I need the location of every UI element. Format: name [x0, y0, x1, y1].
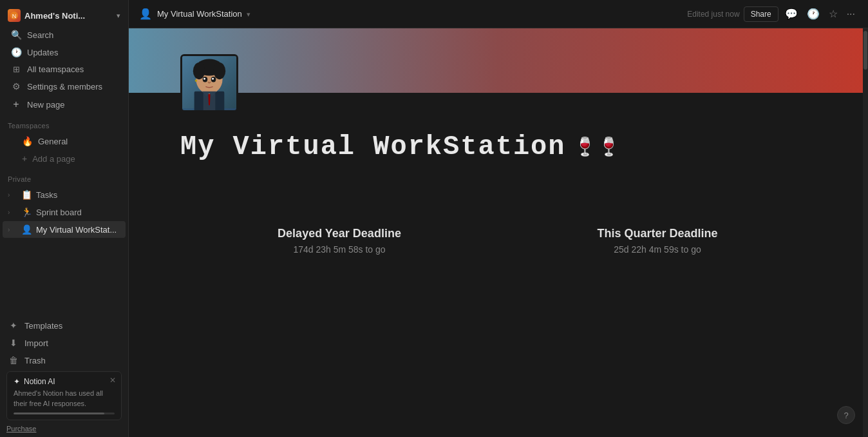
settings-label: Settings & members	[27, 82, 102, 92]
sidebar-item-all-teamspaces[interactable]: ⊞ All teamspaces	[5, 61, 123, 77]
topbar-page-icon: 👤	[139, 8, 152, 20]
ai-title: Notion AI	[24, 377, 55, 386]
workstation-label: My Virtual WorkStat...	[36, 225, 120, 235]
workstation-chevron-icon: ›	[8, 226, 17, 233]
avatar-svg	[182, 54, 236, 110]
ai-notification-header: ✦ Notion AI	[14, 377, 115, 386]
sidebar-item-settings[interactable]: ⚙ Settings & members	[5, 78, 123, 95]
new-page-label: New page	[27, 100, 65, 110]
delayed-year-time: 174d 23h 5m 58s to go	[193, 244, 486, 255]
workspace-name: Ahmed's Noti...	[24, 11, 113, 21]
sidebar-item-sprint-board[interactable]: › 🏃 Sprint board	[3, 204, 126, 220]
updates-label: Updates	[27, 48, 58, 57]
svg-point-15	[212, 78, 214, 80]
ai-close-button[interactable]: ✕	[109, 376, 116, 385]
favorite-button[interactable]: ☆	[826, 5, 840, 23]
this-quarter-title: This Quarter Deadline	[511, 227, 804, 240]
sidebar-item-my-virtual-workstation[interactable]: › 👤 My Virtual WorkStat...	[3, 221, 126, 238]
page-title: My Virtual WorkStation 🍷🍷	[180, 131, 816, 162]
ai-progress-bar-track	[14, 413, 115, 414]
topbar-edit-status: Edited just now	[687, 10, 739, 19]
workspace-chevron-icon: ▾	[117, 12, 120, 20]
ai-message-text: Ahmed's Notion has used all their free A…	[14, 389, 115, 409]
page-banner	[129, 28, 868, 93]
purchase-link[interactable]: Purchase	[3, 423, 126, 434]
general-label: General	[38, 137, 68, 146]
share-button[interactable]: Share	[744, 6, 778, 22]
sidebar: N Ahmed's Noti... ▾ 🔍 Search 🕐 Updates ⊞…	[0, 0, 129, 437]
add-page-icon: +	[22, 153, 27, 164]
topbar: 👤 My Virtual WorkStation ▾ Edited just n…	[129, 0, 868, 28]
sidebar-item-tasks[interactable]: › 📋 Tasks	[3, 186, 126, 203]
countdown-block-delayed-year: Delayed Year Deadline 174d 23h 5m 58s to…	[180, 214, 498, 267]
delayed-year-title: Delayed Year Deadline	[193, 227, 486, 240]
search-icon: 🔍	[10, 30, 22, 40]
private-section-label: Private	[0, 170, 128, 186]
teamspaces-section-label: Teamspaces	[0, 117, 128, 132]
comment-button[interactable]: 💬	[782, 5, 800, 23]
private-section: Private › 📋 Tasks › 🏃 Sprint board › 👤 M…	[0, 170, 128, 238]
page-title-area: My Virtual WorkStation 🍷🍷	[129, 93, 868, 175]
svg-point-14	[203, 78, 205, 80]
page-avatar-container	[180, 54, 238, 112]
svg-point-16	[195, 79, 198, 82]
sprint-chevron-icon: ›	[8, 209, 17, 216]
sidebar-item-templates[interactable]: ✦ Templates	[3, 317, 126, 334]
templates-icon: ✦	[8, 320, 19, 331]
settings-icon: ⚙	[10, 81, 22, 92]
page-content[interactable]: My Virtual WorkStation 🍷🍷 Delayed Year D…	[129, 28, 868, 437]
topbar-actions: Edited just now Share 💬 🕐 ☆ ···	[687, 5, 858, 23]
sidebar-item-new-page[interactable]: + New page	[5, 95, 123, 113]
all-teamspaces-label: All teamspaces	[27, 64, 84, 74]
tasks-emoji-icon: 📋	[21, 189, 32, 200]
sidebar-top: N Ahmed's Noti... ▾ 🔍 Search 🕐 Updates ⊞…	[0, 0, 128, 117]
ai-notification: ✦ Notion AI ✕ Ahmed's Notion has used al…	[6, 371, 122, 420]
this-quarter-time: 25d 22h 4m 59s to go	[511, 244, 804, 255]
ai-progress-bar-fill	[14, 413, 104, 414]
more-options-button[interactable]: ···	[844, 6, 858, 23]
sprint-label: Sprint board	[36, 208, 120, 217]
import-label: Import	[24, 338, 48, 348]
tasks-label: Tasks	[36, 190, 120, 200]
main-content: 👤 My Virtual WorkStation ▾ Edited just n…	[129, 0, 868, 437]
trash-icon: 🗑	[8, 355, 19, 365]
svg-point-10	[193, 63, 205, 79]
sidebar-item-trash[interactable]: 🗑 Trash	[3, 352, 126, 369]
teamspaces-icon: ⊞	[10, 64, 22, 74]
trash-label: Trash	[24, 356, 46, 365]
search-label: Search	[27, 30, 53, 40]
page-title-text: My Virtual WorkStation	[180, 131, 566, 162]
scrollbar-track[interactable]	[863, 28, 868, 437]
sidebar-bottom: ✦ Templates ⬇ Import 🗑 Trash ✦ Notion AI…	[0, 314, 128, 437]
topbar-title: My Virtual WorkStation ▾	[157, 9, 682, 19]
page-avatar	[180, 54, 238, 112]
teamspaces-section: Teamspaces 🔥 General + Add a page	[0, 117, 128, 168]
sidebar-item-add-page[interactable]: + Add a page	[3, 150, 126, 167]
svg-text:N: N	[12, 13, 17, 19]
sidebar-item-search[interactable]: 🔍 Search	[5, 26, 123, 43]
svg-point-11	[214, 63, 226, 79]
workspace-header[interactable]: N Ahmed's Noti... ▾	[3, 5, 126, 26]
general-fire-icon: 🔥	[22, 136, 33, 146]
sidebar-item-general[interactable]: 🔥 General	[3, 133, 126, 150]
topbar-title-text: My Virtual WorkStation	[157, 9, 242, 19]
countdown-block-this-quarter: This Quarter Deadline 25d 22h 4m 59s to …	[498, 214, 816, 267]
page-title-emoji: 🍷🍷	[574, 136, 621, 158]
topbar-chevron-icon: ▾	[247, 10, 250, 18]
sidebar-item-import[interactable]: ⬇ Import	[3, 335, 126, 351]
tasks-chevron-icon: ›	[8, 191, 17, 199]
updates-icon: 🕐	[10, 47, 22, 57]
history-button[interactable]: 🕐	[804, 5, 822, 23]
scrollbar-thumb[interactable]	[863, 31, 867, 70]
import-icon: ⬇	[8, 338, 19, 348]
help-button[interactable]: ?	[837, 406, 855, 424]
sprint-emoji-icon: 🏃	[21, 207, 32, 217]
ai-sparkle-icon: ✦	[14, 377, 20, 386]
countdown-section: Delayed Year Deadline 174d 23h 5m 58s to…	[129, 175, 868, 293]
sidebar-item-updates[interactable]: 🕐 Updates	[5, 44, 123, 61]
templates-label: Templates	[24, 321, 62, 331]
workstation-emoji-icon: 👤	[21, 224, 32, 235]
add-page-label: Add a page	[32, 154, 75, 164]
new-page-icon: +	[10, 99, 22, 110]
workspace-icon: N	[8, 9, 21, 22]
